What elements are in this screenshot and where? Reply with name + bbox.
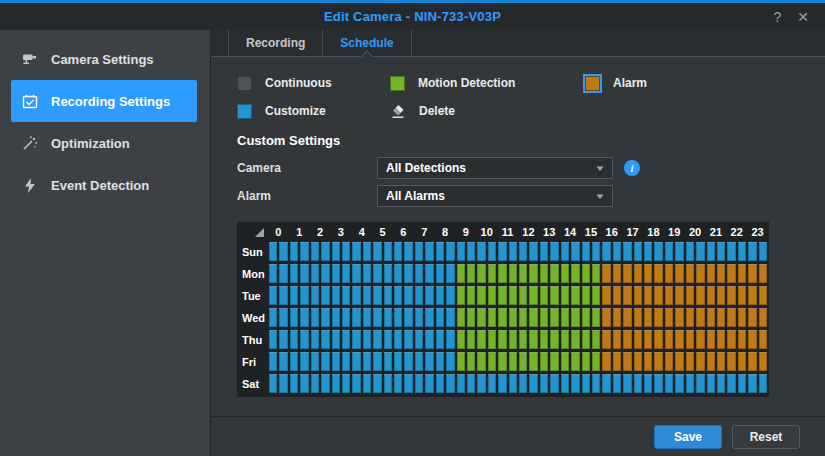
schedule-cell[interactable] [717, 330, 725, 349]
schedule-cell[interactable] [352, 286, 360, 305]
schedule-cell[interactable] [425, 330, 433, 349]
schedule-cell[interactable] [727, 308, 735, 327]
schedule-cell[interactable] [488, 264, 496, 283]
hour-header-2[interactable]: 2 [311, 224, 330, 239]
schedule-cell[interactable] [290, 242, 298, 261]
schedule-cell[interactable] [529, 330, 537, 349]
schedule-cell[interactable] [582, 308, 590, 327]
schedule-cell[interactable] [332, 286, 340, 305]
schedule-cell[interactable] [623, 308, 631, 327]
schedule-cell[interactable] [384, 264, 392, 283]
schedule-cell[interactable] [373, 308, 381, 327]
schedule-cell[interactable] [613, 352, 621, 371]
hour-header-22[interactable]: 22 [727, 224, 746, 239]
schedule-cell[interactable] [332, 330, 340, 349]
schedule-cell[interactable] [342, 374, 350, 393]
schedule-cell[interactable] [279, 308, 287, 327]
schedule-cell[interactable] [509, 374, 517, 393]
schedule-cell[interactable] [509, 242, 517, 261]
schedule-cell[interactable] [488, 242, 496, 261]
schedule-cell[interactable] [519, 374, 527, 393]
schedule-cell[interactable] [509, 264, 517, 283]
hour-header-13[interactable]: 13 [540, 224, 559, 239]
schedule-cell[interactable] [488, 330, 496, 349]
schedule-cell[interactable] [748, 374, 756, 393]
schedule-cell[interactable] [550, 352, 558, 371]
schedule-cell[interactable] [738, 352, 746, 371]
hour-header-21[interactable]: 21 [707, 224, 726, 239]
schedule-cell[interactable] [446, 264, 454, 283]
schedule-cell[interactable] [394, 330, 402, 349]
schedule-cell[interactable] [394, 374, 402, 393]
schedule-cell[interactable] [717, 352, 725, 371]
schedule-cell[interactable] [675, 242, 683, 261]
schedule-cell[interactable] [352, 242, 360, 261]
day-label-tue[interactable]: Tue [239, 286, 267, 305]
schedule-cell[interactable] [519, 286, 527, 305]
schedule-cell[interactable] [425, 242, 433, 261]
schedule-cell[interactable] [467, 286, 475, 305]
schedule-cell[interactable] [696, 352, 704, 371]
schedule-cell[interactable] [436, 374, 444, 393]
schedule-cell[interactable] [446, 330, 454, 349]
schedule-cell[interactable] [696, 242, 704, 261]
schedule-cell[interactable] [561, 286, 569, 305]
schedule-cell[interactable] [727, 242, 735, 261]
schedule-cell[interactable] [488, 352, 496, 371]
schedule-cell[interactable] [738, 264, 746, 283]
hour-header-16[interactable]: 16 [602, 224, 621, 239]
schedule-cell[interactable] [352, 352, 360, 371]
schedule-cell[interactable] [519, 242, 527, 261]
schedule-cell[interactable] [602, 330, 610, 349]
schedule-cell[interactable] [665, 286, 673, 305]
schedule-cell[interactable] [634, 286, 642, 305]
schedule-cell[interactable] [488, 286, 496, 305]
schedule-cell[interactable] [550, 242, 558, 261]
schedule-cell[interactable] [467, 352, 475, 371]
hour-header-12[interactable]: 12 [519, 224, 538, 239]
schedule-cell[interactable] [592, 352, 600, 371]
schedule-cell[interactable] [665, 308, 673, 327]
schedule-cell[interactable] [592, 308, 600, 327]
schedule-cell[interactable] [707, 330, 715, 349]
schedule-cell[interactable] [665, 264, 673, 283]
schedule-cell[interactable] [654, 352, 662, 371]
reset-button[interactable]: Reset [732, 425, 800, 449]
schedule-cell[interactable] [644, 242, 652, 261]
schedule-cell[interactable] [613, 286, 621, 305]
schedule-cell[interactable] [425, 286, 433, 305]
schedule-cell[interactable] [373, 352, 381, 371]
schedule-cell[interactable] [561, 352, 569, 371]
schedule-cell[interactable] [623, 286, 631, 305]
schedule-cell[interactable] [571, 264, 579, 283]
schedule-cell[interactable] [623, 264, 631, 283]
schedule-cell[interactable] [738, 286, 746, 305]
schedule-cell[interactable] [321, 330, 329, 349]
schedule-cell[interactable] [654, 286, 662, 305]
hour-header-11[interactable]: 11 [498, 224, 517, 239]
schedule-cell[interactable] [592, 242, 600, 261]
schedule-cell[interactable] [279, 374, 287, 393]
schedule-cell[interactable] [279, 264, 287, 283]
schedule-cell[interactable] [561, 330, 569, 349]
schedule-cell[interactable] [644, 264, 652, 283]
schedule-cell[interactable] [582, 352, 590, 371]
schedule-cell[interactable] [311, 308, 319, 327]
sidebar-item-camera-settings[interactable]: Camera Settings [0, 38, 210, 80]
schedule-cell[interactable] [509, 330, 517, 349]
hour-header-6[interactable]: 6 [394, 224, 413, 239]
schedule-cell[interactable] [759, 308, 767, 327]
schedule-cell[interactable] [571, 242, 579, 261]
schedule-cell[interactable] [748, 308, 756, 327]
sidebar-item-recording-settings[interactable]: Recording Settings [11, 80, 197, 122]
schedule-cell[interactable] [748, 330, 756, 349]
schedule-cell[interactable] [446, 286, 454, 305]
schedule-cell[interactable] [707, 242, 715, 261]
schedule-cell[interactable] [540, 286, 548, 305]
schedule-cell[interactable] [477, 264, 485, 283]
schedule-cell[interactable] [457, 352, 465, 371]
schedule-cell[interactable] [550, 264, 558, 283]
schedule-cell[interactable] [738, 308, 746, 327]
schedule-cell[interactable] [436, 308, 444, 327]
hour-header-19[interactable]: 19 [665, 224, 684, 239]
